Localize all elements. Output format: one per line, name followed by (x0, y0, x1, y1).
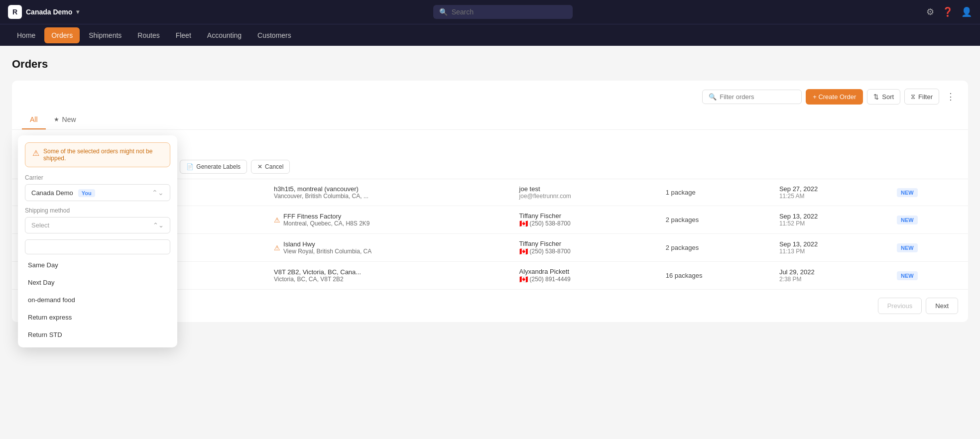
method-search-box[interactable] (25, 239, 170, 254)
sort-button[interactable]: ⇅ Sort (867, 89, 900, 105)
order-date: Jul 29, 2022 (779, 268, 881, 276)
contact-cell: Tiffany Fischer 🇨🇦 (250) 538-8700 (511, 234, 658, 262)
filter-text-input[interactable] (720, 93, 795, 101)
contact-name: joe test (519, 185, 650, 193)
date-cell: Sep 13, 2022 11:13 PM (771, 234, 889, 262)
create-order-button[interactable]: + Create Order (806, 89, 863, 105)
cancel-button[interactable]: ✕ Cancel (251, 160, 290, 174)
dest-name: h3h1t5, montreal (vancouver) (274, 185, 368, 193)
subnav-home[interactable]: Home (10, 27, 42, 43)
method-search-input[interactable] (30, 243, 165, 251)
warning-banner: ⚠ Some of the selected orders might not … (25, 142, 170, 167)
package-count: 16 packages (666, 272, 703, 279)
contact-phone: 🇨🇦 (250) 891-4449 (519, 275, 650, 283)
brand-icon: R (8, 5, 22, 19)
help-icon[interactable]: ❓ (942, 6, 953, 17)
page-title: Orders (12, 58, 968, 71)
package-count: 1 package (666, 189, 696, 196)
contact-cell: Alyxandra Pickett 🇨🇦 (250) 891-4449 (511, 262, 658, 290)
status-cell: NEW (889, 179, 968, 206)
search-input[interactable] (452, 8, 567, 16)
panel-header: 🔍 + Create Order ⇅ Sort ⧖ Filter ⋮ (12, 81, 968, 105)
shipping-method-select[interactable]: Select ⌃⌄ (25, 217, 170, 233)
subnav: Home Orders Shipments Routes Fleet Accou… (0, 24, 980, 46)
topnav: R Canada Demo ▾ 🔍 ⚙ ❓ 👤 (0, 0, 980, 24)
carrier-select[interactable]: Canada Demo You ⌃⌄ (25, 184, 170, 201)
shipping-method-section: Shipping method Select ⌃⌄ (18, 207, 177, 233)
filter-icon: ⧖ (911, 93, 915, 101)
order-time: 11:52 PM (779, 220, 881, 227)
tab-new[interactable]: ★ New (46, 110, 84, 129)
warning-triangle-icon: ⚠ (32, 148, 39, 158)
order-dest-cell: h3h1t5, montreal (vancouver) Vancouver, … (266, 179, 511, 206)
carrier-chevron-icon: ⌃⌄ (152, 189, 164, 197)
package-count: 2 packages (666, 244, 699, 251)
flag-icon: 🇨🇦 (519, 247, 528, 255)
contact-name: Tiffany Fischer (519, 240, 650, 247)
label-icon: 📄 (186, 163, 194, 170)
shipping-method-label: Shipping method (25, 207, 170, 214)
filter-button[interactable]: ⧖ Filter (904, 89, 939, 105)
dest-name: V8T 2B2, Victoria, BC, Cana... (274, 268, 361, 276)
shipping-method-option[interactable]: Next Day (18, 274, 177, 291)
topnav-actions: ⚙ ❓ 👤 (926, 6, 972, 17)
dest-addr: Montreal, Quebec, CA, H8S 2K9 (283, 220, 369, 227)
order-date: Sep 13, 2022 (779, 213, 881, 220)
shipping-method-option[interactable]: on-demand food (18, 291, 177, 309)
contact-cell: joe test joe@fleetrunnr.com (511, 179, 658, 206)
company-name: Canada Demo (26, 8, 72, 16)
order-time: 2:38 PM (779, 276, 881, 283)
user-icon[interactable]: 👤 (961, 6, 972, 17)
cancel-icon: ✕ (257, 163, 262, 170)
settings-icon[interactable]: ⚙ (926, 6, 934, 17)
shipping-method-option[interactable]: Return STD (18, 326, 177, 343)
generate-labels-button[interactable]: 📄 Generate Labels (180, 160, 247, 174)
search-box: 🔍 (433, 5, 573, 19)
order-dest-cell: ⚠ FFF Fitness Factory Montreal, Quebec, … (266, 206, 511, 234)
carrier-section: Carrier Canada Demo You ⌃⌄ (18, 174, 177, 201)
status-cell: NEW (889, 206, 968, 234)
sort-icon: ⇅ (873, 93, 879, 101)
next-button[interactable]: Next (926, 298, 958, 314)
more-options-button[interactable]: ⋮ (943, 89, 958, 104)
carrier-select-left: Canada Demo You (31, 189, 95, 197)
status-cell: NEW (889, 262, 968, 290)
packages-cell: 2 packages (658, 234, 771, 262)
tab-new-star: ★ (54, 116, 59, 123)
order-date: Sep 13, 2022 (779, 240, 881, 248)
warning-icon: ⚠ (274, 244, 280, 252)
subnav-shipments[interactable]: Shipments (82, 27, 128, 43)
order-dest-cell: ⚠ Island Hwy View Royal, British Columbi… (266, 234, 511, 262)
subnav-orders[interactable]: Orders (44, 27, 80, 43)
flag-icon: 🇨🇦 (519, 275, 528, 283)
tab-all[interactable]: All (22, 110, 46, 129)
filter-orders-input[interactable]: 🔍 (702, 90, 802, 104)
subnav-customers[interactable]: Customers (250, 27, 298, 43)
previous-button[interactable]: Previous (878, 298, 922, 314)
order-date: Sep 27, 2022 (779, 185, 881, 193)
subnav-accounting[interactable]: Accounting (200, 27, 248, 43)
contact-name: Tiffany Fischer (519, 212, 650, 220)
contact-phone: joe@fleetrunnr.com (519, 193, 650, 200)
tabs: All ★ New (12, 110, 968, 130)
subnav-fleet[interactable]: Fleet (169, 27, 198, 43)
subnav-routes[interactable]: Routes (130, 27, 166, 43)
brand[interactable]: R Canada Demo ▾ (8, 5, 79, 19)
warning-icon: ⚠ (274, 216, 280, 224)
order-dest-cell: V8T 2B2, Victoria, BC, Cana... Victoria,… (266, 262, 511, 290)
you-badge: You (78, 189, 95, 197)
packages-cell: 1 package (658, 179, 771, 206)
tab-new-label: New (62, 115, 76, 123)
status-badge: NEW (897, 271, 918, 280)
packages-cell: 2 packages (658, 206, 771, 234)
shipping-method-option[interactable]: Same Day (18, 256, 177, 274)
flag-icon: 🇨🇦 (519, 220, 528, 227)
tab-all-label: All (30, 115, 38, 123)
order-time: 11:25 AM (779, 193, 881, 200)
status-badge: NEW (897, 188, 918, 197)
dest-name: Island Hwy (283, 240, 371, 248)
shipping-method-option[interactable]: Return express (18, 309, 177, 326)
shipping-methods-list: Same DayNext Dayon-demand foodReturn exp… (18, 256, 177, 343)
shipping-method-chevron-icon: ⌃⌄ (153, 221, 164, 229)
company-chevron-icon: ▾ (76, 8, 79, 15)
